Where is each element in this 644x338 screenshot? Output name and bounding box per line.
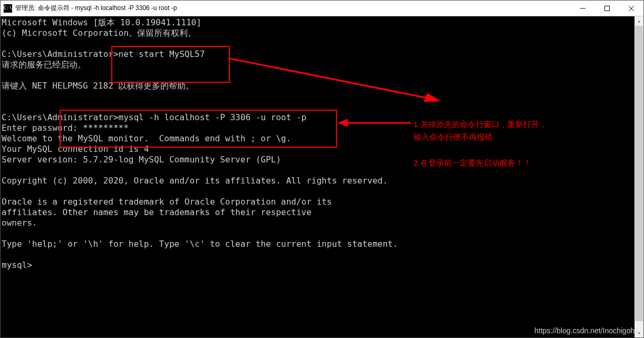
maximize-button[interactable] [595,1,619,16]
cmd-icon-label: C:\ [4,6,12,11]
vertical-scrollbar[interactable]: ▴ ▾ [635,16,643,337]
scroll-up-arrow-icon[interactable]: ▴ [635,16,643,25]
svg-rect-1 [605,6,610,11]
terminal-area[interactable]: Microsoft Windows [版本 10.0.19041.1110] (… [1,16,643,337]
window-controls [571,1,643,16]
window-title: 管理员: 命令提示符 - mysql -h localhost -P 3306 … [15,4,177,13]
terminal-output: Microsoft Windows [版本 10.0.19041.1110] (… [2,17,634,271]
minimize-button[interactable] [571,1,595,16]
watermark-text: https://blog.csdn.net/Inochigoha [534,326,639,335]
cmd-window: C:\ 管理员: 命令提示符 - mysql -h localhost -P 3… [0,0,644,338]
titlebar[interactable]: C:\ 管理员: 命令提示符 - mysql -h localhost -P 3… [1,1,643,16]
cmd-icon: C:\ [4,4,12,13]
scroll-thumb[interactable] [635,26,643,321]
close-button[interactable] [619,1,643,16]
